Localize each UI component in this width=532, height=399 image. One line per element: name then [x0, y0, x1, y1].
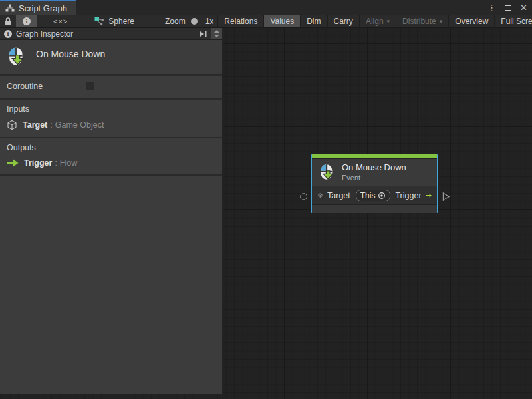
input-pin-row: Target : Game Object [7, 120, 215, 130]
window-menu-icon[interactable]: ⋮ [487, 3, 496, 12]
target-port-label: Target [327, 191, 350, 200]
chevron-down-icon: ▾ [387, 18, 390, 25]
graph-inspector-panel: i Graph Inspector On Mouse Down Coroutin… [0, 28, 223, 394]
graph-owner-chip[interactable]: Sphere [89, 15, 140, 27]
spinner-up-icon[interactable] [214, 30, 219, 33]
node-footer [312, 204, 437, 213]
fullscreen-button[interactable]: Full Screen [494, 15, 532, 27]
inspected-unit-title: On Mouse Down [36, 46, 105, 59]
zoom-label: Zoom [161, 15, 190, 27]
dim-button[interactable]: Dim [300, 15, 327, 27]
window-controls: ⋮ ✕ [487, 0, 527, 15]
coroutine-section: Coroutine [0, 74, 222, 98]
outputs-header: Outputs [7, 143, 215, 152]
output-flow-port[interactable] [442, 192, 450, 201]
target-crosshair-icon [378, 192, 386, 200]
target-value-chip[interactable]: This [356, 190, 391, 201]
mouse-down-icon [318, 163, 336, 181]
padlock-icon [4, 17, 12, 26]
pin-type: Game Object [55, 120, 104, 130]
input-flow-port[interactable] [300, 193, 307, 200]
pin-name: Target [23, 120, 47, 130]
event-color-bar [312, 154, 437, 159]
overview-button[interactable]: Overview [448, 15, 494, 27]
zoom-slider-handle[interactable] [191, 18, 198, 25]
inspector-empty-area [0, 174, 222, 398]
graph-toolbar: i <×> Sphere Zoom 1x Relations Values Di… [0, 15, 532, 28]
script-graph-asset-icon [94, 17, 104, 26]
edit-script-button[interactable]: <×> [37, 15, 84, 27]
tab-label: Script Graph [19, 3, 67, 13]
spinner-down-icon[interactable] [214, 35, 219, 37]
code-icon: <×> [41, 17, 80, 25]
pin-separator: : [50, 120, 52, 130]
panel-title: Graph Inspector [16, 29, 196, 39]
values-button[interactable]: Values [263, 15, 300, 27]
node-subtitle: Event [342, 174, 406, 182]
relations-button[interactable]: Relations [217, 15, 263, 27]
chevron-down-icon: ▾ [440, 18, 443, 25]
graph-owner-label: Sphere [108, 17, 134, 26]
graph-inspector-header: i Graph Inspector [0, 28, 222, 40]
zoom-value: 1x [201, 15, 218, 27]
dock-arrow-icon [200, 31, 207, 37]
inspector-toggle-button[interactable]: i [16, 15, 37, 27]
align-dropdown[interactable]: Align ▾ [359, 15, 396, 27]
distribute-dropdown[interactable]: Distribute ▾ [396, 15, 448, 27]
flow-arrow-icon [7, 159, 19, 167]
flow-arrow-icon [426, 192, 432, 200]
cube-icon [7, 120, 17, 130]
coroutine-checkbox[interactable] [86, 82, 94, 90]
node-port-row: Target This Trigger [312, 186, 437, 204]
inputs-section: Inputs Target : Game Object [0, 98, 222, 137]
node-titles: On Mouse Down Event [342, 162, 406, 182]
node-title: On Mouse Down [342, 162, 406, 172]
tab-script-graph[interactable]: Script Graph [0, 0, 76, 15]
info-icon: i [4, 30, 12, 38]
outputs-section: Outputs Trigger : Flow [0, 137, 222, 174]
close-icon[interactable]: ✕ [520, 3, 527, 12]
inputs-header: Inputs [7, 104, 215, 114]
carry-button[interactable]: Carry [327, 15, 359, 27]
coroutine-label: Coroutine [7, 82, 43, 91]
pin-name: Trigger [24, 158, 52, 168]
panel-scroll-spinner[interactable] [211, 28, 222, 39]
cube-icon [318, 190, 323, 200]
maximize-icon[interactable] [505, 5, 511, 11]
output-pin-row: Trigger : Flow [7, 158, 215, 168]
node-header[interactable]: On Mouse Down Event [312, 159, 437, 186]
on-mouse-down-node[interactable]: On Mouse Down Event Target This Trigger [311, 154, 438, 213]
mouse-down-icon [6, 46, 27, 66]
trigger-port-label: Trigger [395, 191, 421, 200]
inspected-unit-row: On Mouse Down [0, 40, 222, 74]
pin-type: Flow [60, 158, 77, 168]
dock-panel-button[interactable] [196, 28, 211, 39]
window-tab-bar: Script Graph ⋮ ✕ [0, 0, 532, 15]
pin-separator: : [55, 158, 57, 168]
toolbar-button-group: Relations Values Dim Carry Align ▾ Distr… [217, 15, 532, 27]
graph-hierarchy-icon [5, 4, 15, 12]
info-icon: i [23, 17, 31, 25]
lock-button[interactable] [0, 15, 16, 27]
